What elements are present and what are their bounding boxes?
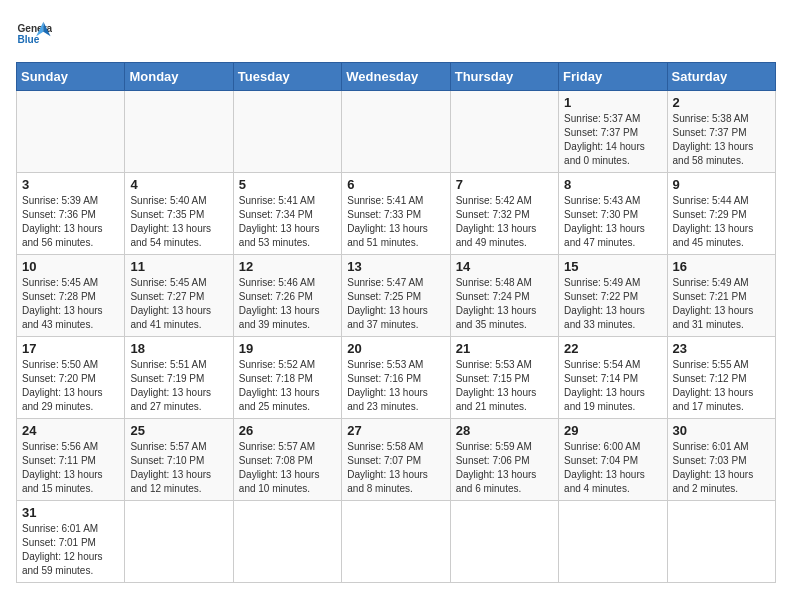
page-header: General Blue [16, 16, 776, 52]
calendar-week-row: 10Sunrise: 5:45 AM Sunset: 7:28 PM Dayli… [17, 255, 776, 337]
day-info: Sunrise: 5:55 AM Sunset: 7:12 PM Dayligh… [673, 358, 770, 414]
calendar-cell: 17Sunrise: 5:50 AM Sunset: 7:20 PM Dayli… [17, 337, 125, 419]
day-info: Sunrise: 5:41 AM Sunset: 7:34 PM Dayligh… [239, 194, 336, 250]
calendar-cell: 24Sunrise: 5:56 AM Sunset: 7:11 PM Dayli… [17, 419, 125, 501]
weekday-header-thursday: Thursday [450, 63, 558, 91]
day-info: Sunrise: 5:49 AM Sunset: 7:21 PM Dayligh… [673, 276, 770, 332]
calendar-cell: 3Sunrise: 5:39 AM Sunset: 7:36 PM Daylig… [17, 173, 125, 255]
calendar-week-row: 24Sunrise: 5:56 AM Sunset: 7:11 PM Dayli… [17, 419, 776, 501]
day-info: Sunrise: 5:56 AM Sunset: 7:11 PM Dayligh… [22, 440, 119, 496]
day-number: 12 [239, 259, 336, 274]
calendar-cell [125, 91, 233, 173]
calendar-week-row: 1Sunrise: 5:37 AM Sunset: 7:37 PM Daylig… [17, 91, 776, 173]
weekday-header-friday: Friday [559, 63, 667, 91]
day-info: Sunrise: 5:38 AM Sunset: 7:37 PM Dayligh… [673, 112, 770, 168]
calendar-table: SundayMondayTuesdayWednesdayThursdayFrid… [16, 62, 776, 583]
calendar-cell: 30Sunrise: 6:01 AM Sunset: 7:03 PM Dayli… [667, 419, 775, 501]
calendar-cell [667, 501, 775, 583]
weekday-header-monday: Monday [125, 63, 233, 91]
day-info: Sunrise: 5:39 AM Sunset: 7:36 PM Dayligh… [22, 194, 119, 250]
day-number: 29 [564, 423, 661, 438]
calendar-week-row: 31Sunrise: 6:01 AM Sunset: 7:01 PM Dayli… [17, 501, 776, 583]
day-number: 26 [239, 423, 336, 438]
day-info: Sunrise: 5:53 AM Sunset: 7:16 PM Dayligh… [347, 358, 444, 414]
calendar-cell: 2Sunrise: 5:38 AM Sunset: 7:37 PM Daylig… [667, 91, 775, 173]
day-number: 17 [22, 341, 119, 356]
day-info: Sunrise: 5:43 AM Sunset: 7:30 PM Dayligh… [564, 194, 661, 250]
calendar-cell: 13Sunrise: 5:47 AM Sunset: 7:25 PM Dayli… [342, 255, 450, 337]
day-info: Sunrise: 6:00 AM Sunset: 7:04 PM Dayligh… [564, 440, 661, 496]
logo: General Blue [16, 16, 52, 52]
calendar-cell: 21Sunrise: 5:53 AM Sunset: 7:15 PM Dayli… [450, 337, 558, 419]
calendar-cell: 26Sunrise: 5:57 AM Sunset: 7:08 PM Dayli… [233, 419, 341, 501]
calendar-week-row: 17Sunrise: 5:50 AM Sunset: 7:20 PM Dayli… [17, 337, 776, 419]
calendar-cell: 9Sunrise: 5:44 AM Sunset: 7:29 PM Daylig… [667, 173, 775, 255]
day-number: 18 [130, 341, 227, 356]
calendar-cell [559, 501, 667, 583]
day-number: 10 [22, 259, 119, 274]
day-info: Sunrise: 5:44 AM Sunset: 7:29 PM Dayligh… [673, 194, 770, 250]
day-number: 30 [673, 423, 770, 438]
calendar-cell: 10Sunrise: 5:45 AM Sunset: 7:28 PM Dayli… [17, 255, 125, 337]
calendar-cell: 20Sunrise: 5:53 AM Sunset: 7:16 PM Dayli… [342, 337, 450, 419]
day-info: Sunrise: 5:42 AM Sunset: 7:32 PM Dayligh… [456, 194, 553, 250]
calendar-cell: 15Sunrise: 5:49 AM Sunset: 7:22 PM Dayli… [559, 255, 667, 337]
generalblue-logo-icon: General Blue [16, 16, 52, 52]
calendar-cell [233, 501, 341, 583]
day-number: 25 [130, 423, 227, 438]
calendar-cell: 5Sunrise: 5:41 AM Sunset: 7:34 PM Daylig… [233, 173, 341, 255]
calendar-cell: 25Sunrise: 5:57 AM Sunset: 7:10 PM Dayli… [125, 419, 233, 501]
day-number: 23 [673, 341, 770, 356]
calendar-cell: 8Sunrise: 5:43 AM Sunset: 7:30 PM Daylig… [559, 173, 667, 255]
day-number: 8 [564, 177, 661, 192]
calendar-cell: 19Sunrise: 5:52 AM Sunset: 7:18 PM Dayli… [233, 337, 341, 419]
weekday-header-sunday: Sunday [17, 63, 125, 91]
calendar-cell: 18Sunrise: 5:51 AM Sunset: 7:19 PM Dayli… [125, 337, 233, 419]
day-number: 31 [22, 505, 119, 520]
day-info: Sunrise: 5:45 AM Sunset: 7:27 PM Dayligh… [130, 276, 227, 332]
day-info: Sunrise: 6:01 AM Sunset: 7:01 PM Dayligh… [22, 522, 119, 578]
calendar-cell: 11Sunrise: 5:45 AM Sunset: 7:27 PM Dayli… [125, 255, 233, 337]
day-info: Sunrise: 6:01 AM Sunset: 7:03 PM Dayligh… [673, 440, 770, 496]
day-info: Sunrise: 5:51 AM Sunset: 7:19 PM Dayligh… [130, 358, 227, 414]
calendar-cell: 22Sunrise: 5:54 AM Sunset: 7:14 PM Dayli… [559, 337, 667, 419]
weekday-header-row: SundayMondayTuesdayWednesdayThursdayFrid… [17, 63, 776, 91]
calendar-cell: 16Sunrise: 5:49 AM Sunset: 7:21 PM Dayli… [667, 255, 775, 337]
day-info: Sunrise: 5:57 AM Sunset: 7:10 PM Dayligh… [130, 440, 227, 496]
calendar-cell: 7Sunrise: 5:42 AM Sunset: 7:32 PM Daylig… [450, 173, 558, 255]
day-info: Sunrise: 5:52 AM Sunset: 7:18 PM Dayligh… [239, 358, 336, 414]
calendar-week-row: 3Sunrise: 5:39 AM Sunset: 7:36 PM Daylig… [17, 173, 776, 255]
weekday-header-wednesday: Wednesday [342, 63, 450, 91]
day-number: 24 [22, 423, 119, 438]
day-info: Sunrise: 5:57 AM Sunset: 7:08 PM Dayligh… [239, 440, 336, 496]
calendar-cell: 23Sunrise: 5:55 AM Sunset: 7:12 PM Dayli… [667, 337, 775, 419]
day-number: 28 [456, 423, 553, 438]
weekday-header-tuesday: Tuesday [233, 63, 341, 91]
calendar-cell: 29Sunrise: 6:00 AM Sunset: 7:04 PM Dayli… [559, 419, 667, 501]
day-info: Sunrise: 5:53 AM Sunset: 7:15 PM Dayligh… [456, 358, 553, 414]
calendar-cell [450, 91, 558, 173]
calendar-cell: 14Sunrise: 5:48 AM Sunset: 7:24 PM Dayli… [450, 255, 558, 337]
day-info: Sunrise: 5:40 AM Sunset: 7:35 PM Dayligh… [130, 194, 227, 250]
calendar-cell [342, 501, 450, 583]
day-number: 27 [347, 423, 444, 438]
day-info: Sunrise: 5:48 AM Sunset: 7:24 PM Dayligh… [456, 276, 553, 332]
day-number: 1 [564, 95, 661, 110]
day-number: 7 [456, 177, 553, 192]
day-info: Sunrise: 5:45 AM Sunset: 7:28 PM Dayligh… [22, 276, 119, 332]
day-number: 6 [347, 177, 444, 192]
calendar-cell: 28Sunrise: 5:59 AM Sunset: 7:06 PM Dayli… [450, 419, 558, 501]
day-info: Sunrise: 5:47 AM Sunset: 7:25 PM Dayligh… [347, 276, 444, 332]
calendar-cell [125, 501, 233, 583]
calendar-cell: 1Sunrise: 5:37 AM Sunset: 7:37 PM Daylig… [559, 91, 667, 173]
calendar-cell [17, 91, 125, 173]
day-info: Sunrise: 5:46 AM Sunset: 7:26 PM Dayligh… [239, 276, 336, 332]
day-info: Sunrise: 5:50 AM Sunset: 7:20 PM Dayligh… [22, 358, 119, 414]
calendar-cell [233, 91, 341, 173]
day-info: Sunrise: 5:59 AM Sunset: 7:06 PM Dayligh… [456, 440, 553, 496]
day-number: 11 [130, 259, 227, 274]
day-number: 9 [673, 177, 770, 192]
day-number: 16 [673, 259, 770, 274]
day-number: 2 [673, 95, 770, 110]
day-info: Sunrise: 5:49 AM Sunset: 7:22 PM Dayligh… [564, 276, 661, 332]
